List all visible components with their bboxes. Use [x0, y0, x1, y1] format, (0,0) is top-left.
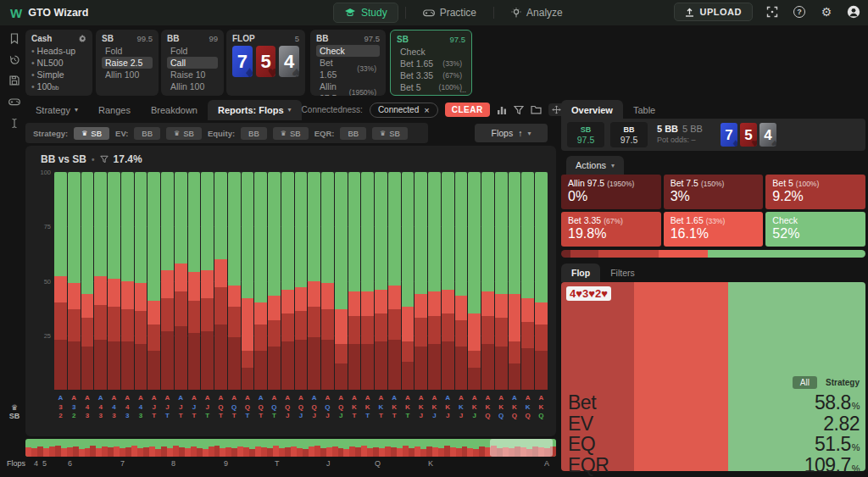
bookmark-icon[interactable]: [7, 31, 22, 46]
flop-strategy-bar[interactable]: [428, 172, 441, 390]
action-box-allin-97-5[interactable]: Allin 97.5(1950%)0%: [561, 175, 661, 209]
history-action-row[interactable]: Bet 3.35(67%): [397, 69, 465, 81]
flop-tab-filters[interactable]: Filters: [600, 263, 645, 282]
flop-strategy-bar[interactable]: [321, 172, 334, 390]
metric-pill-bb[interactable]: BB: [241, 127, 267, 140]
history-action-row[interactable]: Bet 7.5(150%): [397, 93, 465, 96]
flop-strategy-bar[interactable]: [147, 172, 160, 390]
panel-sb-preflop[interactable]: SB99.5 FoldRaise 2.5Allin 100: [96, 30, 159, 96]
help-icon[interactable]: ?: [792, 4, 807, 19]
flop-strategy-bar[interactable]: [455, 172, 468, 390]
solution-gear-icon[interactable]: [79, 35, 86, 42]
metric-pill-sb[interactable]: ♛SB: [74, 127, 109, 140]
history-action-row[interactable]: Check: [316, 45, 380, 57]
upload-button[interactable]: UPLOAD: [674, 3, 753, 21]
ibeam-icon[interactable]: [7, 115, 22, 130]
move-arrows-icon[interactable]: [552, 105, 561, 114]
flop-strategy-bar[interactable]: [121, 172, 134, 390]
history-action-row[interactable]: Raise 2.5: [102, 57, 153, 69]
flop-strategy-bar[interactable]: [361, 172, 374, 390]
minimap-selection[interactable]: [490, 439, 553, 457]
save-icon[interactable]: [7, 73, 22, 88]
sb-stack-box[interactable]: SB 97.5: [567, 122, 604, 147]
nav-tab-analyze[interactable]: Analyze: [501, 3, 573, 22]
bb-stack-box[interactable]: BB 97.5: [610, 122, 648, 147]
metric-pill-sb[interactable]: ♛SB: [166, 127, 202, 140]
flop-tab-flop[interactable]: Flop: [561, 263, 600, 282]
overview-tab-table[interactable]: Table: [623, 100, 665, 120]
sort-flops-dropdown[interactable]: Flops ↑ ▾: [475, 124, 548, 142]
flop-strategy-bar[interactable]: [81, 172, 94, 390]
panel-sb-flop-active[interactable]: SB97.5 CheckBet 1.65(33%)Bet 3.35(67%)Be…: [390, 30, 472, 96]
metric-pill-sb[interactable]: ♛SB: [372, 127, 408, 140]
history-action-row[interactable]: Bet 5(100%): [397, 81, 465, 93]
history-action-row[interactable]: Allin 100: [167, 80, 218, 92]
flop-strategy-bar[interactable]: [375, 172, 387, 390]
history-action-row[interactable]: Allin 97.5(1950%): [316, 80, 380, 96]
history-action-row[interactable]: Raise 10: [167, 69, 218, 80]
flops-minimap[interactable]: [25, 439, 556, 457]
metric-pill-bb[interactable]: BB: [134, 127, 160, 140]
flop-strategy-bar[interactable]: [94, 172, 107, 390]
flop-strategy-bar[interactable]: [108, 172, 120, 390]
chip-close-icon[interactable]: ×: [424, 105, 429, 115]
flop-strategy-bar[interactable]: [295, 172, 308, 390]
folder-icon[interactable]: [531, 105, 542, 114]
history-action-row[interactable]: Fold: [167, 45, 218, 57]
flop-strategy-bar[interactable]: [188, 172, 201, 390]
history-action-row[interactable]: Allin 100: [102, 69, 153, 80]
panel-bb-preflop[interactable]: BB99 FoldCallRaise 10Allin 100: [161, 30, 224, 96]
flop-strategy-bar[interactable]: [481, 172, 494, 390]
flop-strategy-bar[interactable]: [468, 172, 481, 390]
flop-strategy-bar[interactable]: [509, 172, 521, 390]
action-box-bet-3-35[interactable]: Bet 3.35(67%)19.8%: [561, 212, 661, 247]
action-box-check[interactable]: Check52%: [765, 212, 865, 247]
mode-strategy-button[interactable]: Strategy: [826, 378, 860, 387]
settings-gear-icon[interactable]: ⚙: [819, 4, 834, 19]
metric-pill-bb[interactable]: BB: [340, 127, 366, 140]
report-tab-breakdown[interactable]: Breakdown: [141, 100, 208, 120]
flop-strategy-bar[interactable]: [495, 172, 508, 390]
actions-dropdown[interactable]: Actions ▾: [566, 156, 624, 175]
brand[interactable]: W GTO Wizard: [0, 6, 88, 20]
flop-strategy-bar[interactable]: [228, 172, 241, 390]
history-action-row[interactable]: Bet 1.65(33%): [397, 58, 465, 69]
history-action-row[interactable]: Bet 1.65(33%): [316, 57, 380, 80]
mode-all-button[interactable]: All: [793, 376, 817, 389]
flop-strategy-bar[interactable]: [68, 172, 81, 390]
flop-strategy-bar[interactable]: [335, 172, 348, 390]
flop-strategy-bar[interactable]: [242, 172, 254, 390]
report-tab-strategy[interactable]: Strategy▾: [25, 100, 88, 120]
flop-strategy-bar[interactable]: [402, 172, 415, 390]
screenshot-icon[interactable]: [765, 4, 780, 19]
action-box-bet-1-65[interactable]: Bet 1.65(33%)16.1%: [664, 212, 764, 247]
flop-strategy-bar[interactable]: [135, 172, 147, 390]
history-icon[interactable]: [7, 52, 22, 67]
clear-filters-button[interactable]: CLEAR: [445, 103, 490, 117]
funnel-icon[interactable]: [514, 105, 524, 115]
flop-strategy-bar[interactable]: [201, 172, 214, 390]
nav-tab-practice[interactable]: Practice: [413, 3, 487, 22]
flop-strategy-bar[interactable]: [161, 172, 174, 390]
flop-strategy-bar[interactable]: [535, 172, 548, 390]
user-avatar-icon[interactable]: [846, 4, 861, 19]
connected-filter-chip[interactable]: Connected ×: [370, 103, 438, 118]
selected-flop-badge[interactable]: 4♥3♥2♥: [566, 286, 611, 301]
panel-flop-cards[interactable]: FLOP5 ♦7♥5♠4: [226, 30, 305, 96]
flop-strategy-bar[interactable]: [388, 172, 401, 390]
flop-strategy-bar[interactable]: [214, 172, 227, 390]
flop-strategy-bar[interactable]: [254, 172, 267, 390]
gamepad-rail-icon[interactable]: [7, 94, 22, 109]
report-tab-ranges[interactable]: Ranges: [88, 100, 141, 120]
overview-tab-overview[interactable]: Overview: [561, 100, 623, 120]
panel-solution-settings[interactable]: Cash Heads-upNL500Simple100bb: [25, 30, 92, 96]
flop-strategy-bar[interactable]: [415, 172, 427, 390]
history-action-row[interactable]: Check: [397, 46, 465, 58]
metric-pill-sb[interactable]: ♛SB: [273, 127, 309, 140]
flop-strategy-bar[interactable]: [54, 172, 67, 390]
bar-chart-icon[interactable]: [497, 105, 507, 115]
action-box-bet-7-5[interactable]: Bet 7.5(150%)3%: [664, 175, 764, 209]
flop-strategy-bar[interactable]: [268, 172, 281, 390]
flop-strategy-bar[interactable]: [521, 172, 534, 390]
report-tab-reports-flops[interactable]: Reports: Flops▾: [208, 100, 302, 120]
